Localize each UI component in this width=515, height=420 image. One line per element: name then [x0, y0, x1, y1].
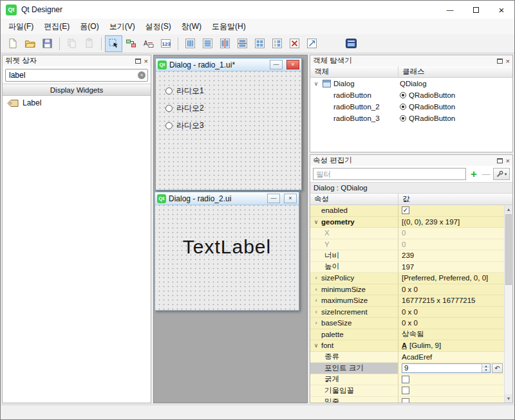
- inspector-row-dialog[interactable]: ∨ Dialog QDialog: [310, 78, 512, 89]
- property-row-x[interactable]: X 0: [310, 228, 504, 239]
- menu-help[interactable]: 도움말(H): [207, 19, 251, 34]
- layout-vertical-button[interactable]: [199, 35, 216, 52]
- edit-buddies-button[interactable]: A: [140, 35, 157, 52]
- configure-property-editor-button[interactable]: ▾: [493, 168, 510, 180]
- column-class[interactable]: 클래스: [398, 67, 425, 77]
- menu-settings[interactable]: 설정(S): [140, 19, 176, 34]
- maximize-button[interactable]: [463, 1, 489, 19]
- toolbar-disabled-button-2[interactable]: [80, 35, 98, 52]
- property-row-y[interactable]: Y 0: [310, 239, 504, 251]
- form-window-radio2-titlebar[interactable]: Qt Dialog - radio_2.ui — ×: [155, 192, 299, 205]
- property-row-sizepolicy[interactable]: ›sizePolicy [Preferred, Preferred, 0, 0]: [310, 273, 504, 284]
- dock-float-icon[interactable]: [497, 59, 503, 64]
- form-canvas-radio2[interactable]: TextLabel: [155, 205, 299, 310]
- category-display-widgets[interactable]: Display Widgets: [3, 84, 151, 96]
- property-row-sizeincrement[interactable]: ›sizeIncrement 0 x 0: [310, 307, 504, 318]
- inspector-row-radiobutton[interactable]: radioButton QRadioButton: [310, 89, 512, 101]
- dock-close-icon[interactable]: ×: [506, 58, 510, 64]
- form-canvas-radio1[interactable]: 라디오1 라디오2 라디오3: [156, 71, 301, 190]
- remove-dynamic-property-button[interactable]: —: [482, 169, 491, 179]
- dock-float-icon[interactable]: [135, 59, 141, 64]
- property-row-minimumsize[interactable]: ›minimumSize 0 x 0: [310, 284, 504, 296]
- object-inspector-titlebar[interactable]: 객체 탐색기 ×: [310, 55, 512, 66]
- menu-file[interactable]: 파일(F): [3, 19, 39, 34]
- clear-search-icon[interactable]: ×: [138, 71, 145, 79]
- edit-widgets-button[interactable]: [105, 35, 122, 52]
- form-close-button[interactable]: ×: [284, 194, 297, 203]
- layout-splitter-horizontal-button[interactable]: [216, 35, 234, 52]
- spin-down-icon[interactable]: ▼: [482, 368, 490, 372]
- property-editor-titlebar[interactable]: 속성 편집기 ×: [310, 155, 512, 166]
- text-label-widget[interactable]: TextLabel: [155, 236, 299, 258]
- widget-filter-input[interactable]: [5, 69, 148, 82]
- expander-icon[interactable]: ›: [312, 286, 320, 293]
- close-button[interactable]: ×: [489, 1, 514, 19]
- form-minimize-button[interactable]: —: [270, 60, 283, 69]
- checkbox-unchecked[interactable]: [402, 376, 409, 383]
- expander-icon[interactable]: ›: [312, 309, 320, 315]
- property-row-width[interactable]: 너비 239: [310, 250, 504, 262]
- add-dynamic-property-button[interactable]: +: [469, 169, 479, 179]
- widget-box-titlebar[interactable]: 위젯 상자 ×: [3, 55, 151, 66]
- property-row-font-family[interactable]: 종류 AcadEref: [310, 352, 504, 363]
- scroll-down-icon[interactable]: ▼: [505, 394, 512, 403]
- radio-button-2[interactable]: 라디오2: [165, 103, 204, 114]
- expander-icon[interactable]: ∨: [312, 80, 320, 87]
- property-row-maximumsize[interactable]: ›maximumSize 16777215 x 16777215: [310, 295, 504, 307]
- title-bar[interactable]: Qt Qt Designer — ×: [1, 1, 514, 19]
- property-row-point-size[interactable]: 포인트 크기 9 ▲ ▼ ↶: [310, 363, 504, 374]
- scrollbar-thumb[interactable]: [505, 214, 512, 285]
- property-row-bold[interactable]: 굵게: [310, 374, 504, 386]
- checkbox-unchecked[interactable]: [402, 387, 409, 394]
- expander-icon[interactable]: ∨: [312, 342, 320, 349]
- form-window-radio1-titlebar[interactable]: Qt Dialog - radio_1.ui* — ×: [156, 59, 301, 71]
- column-object[interactable]: 객체: [310, 66, 398, 77]
- menu-form[interactable]: 폼(O): [75, 19, 104, 34]
- layout-form-button[interactable]: [268, 35, 286, 52]
- secondary-toolbar-button[interactable]: [342, 35, 360, 52]
- point-size-spinbox[interactable]: 9 ▲ ▼: [402, 363, 491, 373]
- column-property[interactable]: 속성: [310, 194, 398, 205]
- property-row-font[interactable]: ∨font A[Gulim, 9]: [310, 340, 504, 352]
- dock-float-icon[interactable]: [497, 158, 503, 163]
- property-scrollbar[interactable]: ▲ ▼: [504, 205, 512, 403]
- menu-window[interactable]: 창(W): [176, 19, 207, 34]
- inspector-row-radiobutton-2[interactable]: radioButton_2 QRadioButton: [310, 101, 512, 113]
- radio-button-1[interactable]: 라디오1: [165, 86, 204, 96]
- property-row-underline[interactable]: 밑줄: [310, 397, 504, 403]
- property-row-basesize[interactable]: ›baseSize 0 x 0: [310, 318, 504, 329]
- toolbar-disabled-button-1[interactable]: [63, 35, 80, 52]
- menu-edit[interactable]: 편집(E): [39, 19, 75, 34]
- checkbox-checked[interactable]: ✓: [402, 206, 409, 214]
- expander-icon[interactable]: ∨: [312, 219, 320, 225]
- layout-horizontal-button[interactable]: [182, 35, 199, 52]
- minimize-button[interactable]: —: [437, 1, 463, 19]
- property-row-enabled[interactable]: enabled ✓: [310, 205, 504, 217]
- checkbox-unchecked[interactable]: [402, 398, 409, 403]
- widget-item-label[interactable]: Label: [3, 96, 151, 110]
- save-form-button[interactable]: [39, 35, 56, 52]
- expander-icon[interactable]: ›: [312, 320, 320, 326]
- property-row-italic[interactable]: 기울임꼴: [310, 385, 504, 397]
- reset-property-button[interactable]: ↶: [492, 363, 503, 373]
- layout-grid-button[interactable]: [251, 35, 268, 52]
- form-window-radio1[interactable]: Qt Dialog - radio_1.ui* — × 라디오1 라디오2: [155, 58, 302, 190]
- scroll-up-icon[interactable]: ▲: [505, 205, 512, 214]
- break-layout-button[interactable]: [286, 35, 303, 52]
- adjust-size-button[interactable]: [303, 35, 321, 52]
- property-row-geometry[interactable]: ∨geometry [(0, 0), 239 x 197]: [310, 217, 504, 228]
- property-filter-input[interactable]: [313, 168, 466, 180]
- expander-icon[interactable]: ›: [312, 297, 320, 304]
- dock-close-icon[interactable]: ×: [144, 58, 148, 64]
- property-row-height[interactable]: 높이 197: [310, 262, 504, 273]
- form-window-radio2[interactable]: Qt Dialog - radio_2.ui — × TextLabel: [154, 192, 299, 311]
- new-form-button[interactable]: [4, 35, 21, 52]
- open-form-button[interactable]: [21, 35, 39, 52]
- edit-signals-slots-button[interactable]: [122, 35, 140, 52]
- form-close-button[interactable]: ×: [286, 60, 299, 69]
- layout-splitter-vertical-button[interactable]: [234, 35, 251, 52]
- menu-view[interactable]: 보기(V): [104, 19, 140, 34]
- edit-tab-order-button[interactable]: 123: [157, 35, 174, 52]
- column-value[interactable]: 값: [398, 194, 410, 204]
- inspector-row-radiobutton-3[interactable]: radioButton_3 QRadioButton: [310, 113, 512, 124]
